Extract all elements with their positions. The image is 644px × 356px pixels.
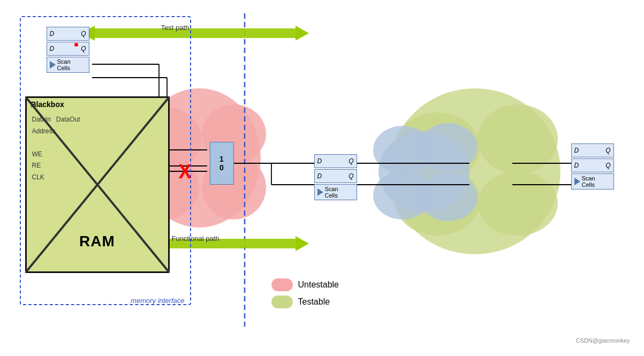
scan-triangle-r1: [317, 188, 323, 196]
legend-testable-color: [271, 296, 293, 308]
svg-point-14: [419, 173, 478, 221]
ff2-d-label: D: [50, 45, 55, 52]
legend-untestable: Untestable: [271, 278, 339, 291]
svg-point-8: [395, 166, 480, 236]
mux-val-0: 0: [219, 163, 224, 172]
mux: 1 0: [210, 142, 234, 185]
pin-address: Address: [32, 126, 163, 138]
scan-cells-label-r2: ScanCells: [582, 175, 595, 188]
scan-cells-right-1: D Q D Q ScanCells: [314, 154, 357, 200]
watermark: CSDN@giacmonkey: [575, 337, 630, 344]
svg-point-6: [395, 112, 480, 182]
ff-box-2: D Q: [47, 42, 89, 56]
svg-point-10: [378, 131, 469, 211]
svg-point-7: [478, 104, 558, 174]
scan-cells-label-r1: ScanCells: [325, 186, 338, 199]
scan-triangle-top: [50, 61, 56, 69]
ff-box-1: D Q: [47, 27, 89, 41]
blackbox: Blackbox DataIn DataOut Address WE RE CL…: [25, 96, 170, 273]
pin-datain: DataIn DataOut: [32, 114, 163, 126]
ff-row-2: D Q: [47, 42, 105, 56]
blackbox-pins: DataIn DataOut Address WE RE CLK: [27, 111, 168, 187]
ff-row-1: D Q: [47, 27, 105, 41]
svg-point-9: [478, 171, 558, 236]
blackbox-title: Blackbox: [27, 98, 168, 111]
ff-row-r1-1: D Q: [314, 154, 357, 168]
ff-box-r2-1: D Q: [571, 143, 614, 157]
scan-triangle-r2: [574, 178, 580, 185]
svg-marker-21: [296, 26, 309, 41]
svg-point-5: [389, 88, 560, 254]
ff-box-r1-1: D Q: [314, 154, 357, 168]
svg-marker-25: [296, 236, 309, 251]
legend-testable: Testable: [271, 296, 339, 308]
legend: Untestable Testable: [271, 278, 339, 313]
legend-untestable-label: Untestable: [298, 280, 339, 290]
ff1-d-label: D: [50, 30, 55, 37]
legend-untestable-color: [271, 278, 293, 291]
scan-cells-top: D Q D Q ScanCells: [47, 27, 105, 73]
ff2-q-label: Q: [81, 45, 86, 52]
svg-point-11: [373, 126, 432, 174]
svg-point-12: [419, 123, 478, 171]
ff-red-dot: [74, 43, 78, 47]
svg-point-13: [373, 171, 432, 219]
scan-cells-right-2: D Q D Q ScanCells: [571, 143, 614, 190]
ff1-q-label: Q: [81, 30, 86, 37]
legend-testable-label: Testable: [298, 297, 330, 307]
ff-row-r1-2: D Q: [314, 169, 357, 183]
pin-clk: CLK: [32, 172, 163, 184]
scan-label-box-r2: ScanCells: [571, 173, 614, 190]
pin-we: WE: [32, 149, 163, 161]
ff-box-r1-2: D Q: [314, 169, 357, 183]
red-x-mark: X: [179, 161, 192, 183]
ff-row-r2-2: D Q: [571, 158, 614, 172]
scan-label-box-top: ScanCells: [47, 57, 89, 73]
diagram-canvas: Test path Functional path memory interfa…: [9, 5, 635, 348]
pin-re: RE: [32, 160, 163, 172]
blackbox-ram-label: RAM: [79, 233, 115, 250]
scan-label-box-r1: ScanCells: [314, 184, 357, 200]
ff-box-r2-2: D Q: [571, 158, 614, 172]
memory-interface-label: memory interface: [131, 297, 184, 305]
scan-cells-label-top: ScanCells: [57, 58, 71, 71]
ff-row-r2-1: D Q: [571, 143, 614, 157]
mux-val-1: 1: [219, 155, 224, 163]
